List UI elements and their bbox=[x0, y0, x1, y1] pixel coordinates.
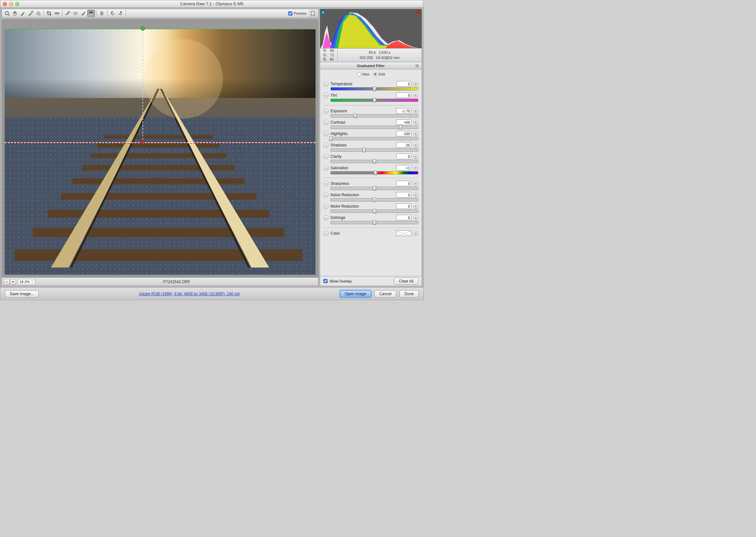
cancel-button[interactable]: Cancel bbox=[374, 290, 396, 298]
svg-point-6 bbox=[38, 13, 39, 14]
rotate-ccw-tool[interactable] bbox=[109, 10, 116, 17]
show-overlay-checkbox[interactable] bbox=[323, 279, 327, 283]
workflow-options-link[interactable]: Adobe RGB (1998); 8 bit; 4608 by 3456 (1… bbox=[139, 292, 240, 296]
saturation-value[interactable] bbox=[396, 165, 411, 171]
toolbar: Preview bbox=[2, 9, 319, 18]
zoom-window-button[interactable] bbox=[15, 2, 19, 6]
graduated-filter-tool[interactable] bbox=[87, 10, 95, 17]
moire-reduction-value[interactable] bbox=[396, 203, 411, 209]
svg-line-1 bbox=[8, 14, 10, 16]
readout-strip: R: 90 G: 71 B: 66 f/5.6 1/100 s ISO 200 … bbox=[320, 49, 422, 62]
svg-rect-28 bbox=[82, 165, 235, 170]
filter-mode-row: New Edit bbox=[320, 69, 422, 79]
app-window: Camera Raw 7.1 - Olympus E-M5 bbox=[0, 0, 424, 300]
exif-readout: f/5.6 1/100 s ISO 200 14-42@22 mm bbox=[338, 50, 422, 60]
shadows-value[interactable] bbox=[396, 142, 411, 148]
histogram[interactable] bbox=[320, 9, 422, 49]
svg-point-0 bbox=[5, 11, 9, 15]
svg-point-11 bbox=[68, 11, 70, 13]
zoom-tool[interactable] bbox=[3, 10, 11, 17]
crop-tool[interactable] bbox=[45, 10, 53, 17]
exposure-value[interactable] bbox=[396, 108, 411, 114]
svg-rect-25 bbox=[104, 135, 213, 138]
overlay-row: Show Overlay Clear All bbox=[320, 276, 422, 286]
shadows-slider[interactable]: −Shadows+ bbox=[323, 142, 418, 153]
close-window-button[interactable] bbox=[3, 2, 7, 6]
image-info-bar: − + 18.2% P7242542.ORF bbox=[2, 278, 319, 286]
clear-all-button[interactable]: Clear All bbox=[394, 278, 418, 285]
sliders-panel: −Temperature+ −Tint+ −Exposure+ −Contras… bbox=[320, 79, 422, 276]
svg-point-23 bbox=[101, 14, 102, 15]
svg-rect-17 bbox=[89, 12, 93, 15]
contrast-slider[interactable]: −Contrast+ bbox=[323, 119, 418, 130]
zoom-in-button[interactable]: + bbox=[10, 279, 16, 285]
sharpness-slider[interactable]: −Sharpness+ bbox=[323, 180, 418, 191]
clarity-value[interactable] bbox=[396, 154, 411, 159]
exposure-slider[interactable]: −Exposure+ bbox=[323, 107, 418, 119]
panel-header: Graduated Filter bbox=[320, 62, 422, 69]
rgb-readout: R: 90 G: 71 B: 66 bbox=[320, 47, 338, 63]
preview-checkbox-input[interactable] bbox=[288, 11, 292, 16]
preview-checkbox[interactable]: Preview bbox=[288, 11, 306, 16]
noise-reduction-slider[interactable]: −Noise Reduction+ bbox=[323, 191, 418, 203]
targeted-adjustment-tool[interactable] bbox=[34, 10, 42, 17]
saturation-slider[interactable]: −Saturation+ bbox=[323, 164, 418, 176]
tint-value[interactable] bbox=[396, 93, 411, 98]
preferences-tool[interactable] bbox=[98, 10, 106, 17]
svg-point-22 bbox=[102, 13, 103, 14]
gradient-end-line[interactable] bbox=[5, 143, 316, 144]
panel-title: Graduated Filter bbox=[357, 64, 385, 68]
highlights-slider[interactable]: −Highlights+ bbox=[323, 130, 418, 142]
show-overlay-label: Show Overlay bbox=[329, 279, 352, 283]
done-button[interactable]: Done bbox=[399, 290, 419, 298]
contrast-value[interactable] bbox=[396, 119, 411, 125]
minimize-window-button[interactable] bbox=[9, 2, 13, 6]
plus-button[interactable]: + bbox=[413, 81, 418, 87]
sharpness-value[interactable] bbox=[396, 181, 411, 186]
image-preview-area[interactable] bbox=[2, 19, 319, 278]
panel-menu-icon[interactable] bbox=[415, 64, 420, 67]
mode-new-radio[interactable]: New bbox=[357, 72, 369, 76]
defringe-value[interactable] bbox=[396, 215, 411, 220]
adjustment-brush-tool[interactable] bbox=[79, 10, 87, 17]
minus-button[interactable]: − bbox=[323, 81, 328, 87]
svg-point-4 bbox=[32, 11, 32, 12]
color-row[interactable]: −Color+ bbox=[323, 230, 418, 237]
white-balance-tool[interactable] bbox=[19, 10, 27, 17]
moire-reduction-slider[interactable]: −Moire Reduction+ bbox=[323, 203, 418, 214]
gradient-end-handle[interactable] bbox=[141, 141, 145, 145]
tint-slider[interactable]: −Tint+ bbox=[323, 92, 418, 103]
mode-edit-radio[interactable]: Edit bbox=[373, 72, 385, 76]
filename-label: P7242542.ORF bbox=[37, 279, 316, 284]
highlights-value[interactable] bbox=[396, 131, 411, 136]
save-image-button[interactable]: Save Image... bbox=[5, 290, 39, 298]
titlebar: Camera Raw 7.1 - Olympus E-M5 bbox=[0, 0, 423, 8]
noise-reduction-value[interactable] bbox=[396, 192, 411, 197]
svg-point-38 bbox=[143, 39, 223, 119]
temperature-slider[interactable]: −Temperature+ bbox=[323, 80, 418, 92]
open-image-button[interactable]: Open Image bbox=[340, 290, 371, 298]
window-title: Camera Raw 7.1 - Olympus E-M5 bbox=[0, 1, 423, 6]
gradient-axis-line[interactable] bbox=[142, 29, 143, 143]
color-sampler-tool[interactable] bbox=[27, 10, 34, 17]
rotate-cw-tool[interactable] bbox=[116, 10, 124, 17]
gradient-start-line[interactable] bbox=[5, 29, 316, 29]
gradient-start-handle[interactable] bbox=[141, 27, 145, 31]
spot-removal-tool[interactable] bbox=[64, 10, 72, 17]
zoom-level-select[interactable]: 18.2% bbox=[18, 279, 35, 285]
zoom-out-button[interactable]: − bbox=[4, 279, 10, 285]
defringe-slider[interactable]: −Defringe+ bbox=[323, 214, 418, 226]
straighten-tool[interactable] bbox=[53, 10, 61, 17]
color-swatch[interactable] bbox=[396, 230, 411, 236]
temperature-value[interactable] bbox=[396, 81, 411, 87]
red-eye-tool[interactable] bbox=[72, 10, 79, 17]
photo bbox=[5, 29, 316, 275]
svg-point-21 bbox=[101, 12, 102, 13]
svg-rect-27 bbox=[91, 153, 226, 158]
svg-point-16 bbox=[84, 12, 85, 13]
fullscreen-toggle-button[interactable] bbox=[309, 10, 317, 17]
zoom-level-value: 18.2% bbox=[19, 280, 30, 284]
clarity-slider[interactable]: −Clarity+ bbox=[323, 153, 418, 164]
svg-rect-26 bbox=[97, 144, 220, 147]
hand-tool[interactable] bbox=[11, 10, 19, 17]
